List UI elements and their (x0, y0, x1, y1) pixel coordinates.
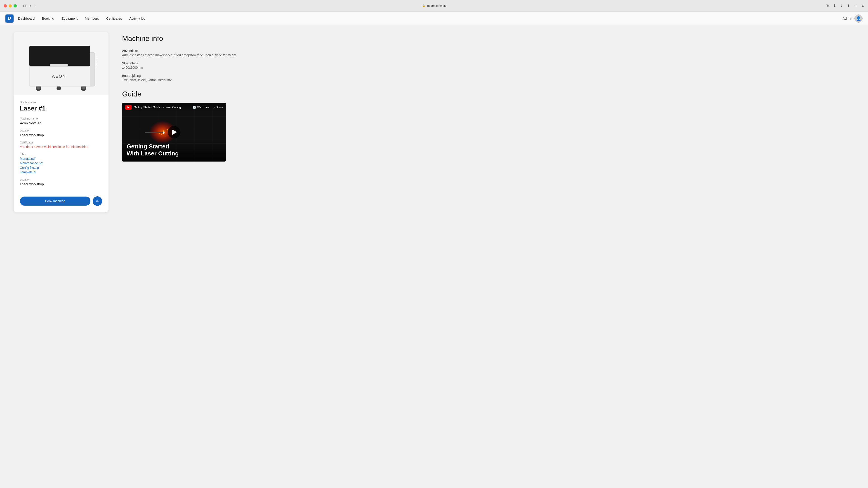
video-top-bar: Getting Started Guide for Laser Cutting … (122, 103, 226, 112)
share-icon[interactable]: ⬆ (847, 4, 850, 8)
info-row-bearbejdning: Bearbejdning Træ, plast, tekstil, karton… (122, 74, 855, 82)
watch-later-action[interactable]: 🕐 Watch later (193, 106, 210, 109)
sidebar-toggle-icon[interactable]: ⊟ (23, 4, 26, 8)
new-tab-icon[interactable]: ＋ (854, 3, 858, 8)
tab-overview-icon[interactable]: ⧉ (862, 4, 864, 8)
share-label: Share (216, 106, 223, 109)
minimize-button[interactable] (8, 4, 12, 7)
certificates-label: Certificates (20, 141, 102, 144)
guide-title: Guide (122, 90, 855, 98)
location-value: Laser workshop (20, 133, 102, 137)
card-actions: Book machine ✏ (13, 196, 108, 212)
clock-icon: 🕐 (193, 106, 196, 109)
youtube-play-icon (127, 106, 129, 108)
info-row-skaereflade: Skæreflade 1400x1000mm (122, 61, 855, 69)
book-machine-button[interactable]: Book machine (20, 197, 90, 205)
back-icon[interactable]: ‹ (30, 4, 31, 8)
address-bar[interactable]: 🔒 betamaster.dk (422, 4, 446, 7)
skaereflade-label: Skæreflade (122, 61, 855, 65)
svg-text:AEON: AEON (52, 74, 66, 78)
download-icon[interactable]: ⬇ (833, 4, 836, 8)
video-title: Getting Started Guide for Laser Cutting (134, 106, 190, 109)
svg-point-26 (165, 136, 165, 137)
video-caption-line1: Getting Started (127, 143, 221, 150)
share-icon: ↗ (213, 106, 215, 109)
machine-details: Display name Laser #1 Machine name Aeon … (13, 95, 108, 196)
machine-image-container: NOVA 14 AEON (13, 32, 108, 95)
guide-section: Guide (122, 90, 855, 162)
machine-image: NOVA 14 AEON (23, 39, 99, 91)
titlebar: ⊟ ‹ › 🔒 betamaster.dk ↻ ⬇ ⤓ ⬆ ＋ ⧉ (0, 0, 868, 12)
anvendelse-value: Arbejdshesten i ethvert makerspace. Stor… (122, 53, 855, 57)
bearbejdning-label: Bearbejdning (122, 74, 855, 77)
nav-link-certificates[interactable]: Cetificates (106, 17, 122, 20)
video-play-button[interactable] (168, 126, 180, 138)
machine-name-value: Aeon Nova 14 (20, 121, 102, 125)
file-link-template[interactable]: Template.ai (20, 170, 102, 174)
download2-icon[interactable]: ⤓ (840, 4, 843, 8)
nav-right: Admin 👤 (842, 14, 863, 23)
svg-point-1 (37, 87, 40, 90)
display-name-value: Laser #1 (20, 105, 102, 112)
info-row-anvendelse: Anvendelse Arbejdshesten i ethvert maker… (122, 49, 855, 57)
certificate-error: You don't have a valid certificate for t… (20, 145, 102, 149)
share-action[interactable]: ↗ Share (213, 106, 223, 109)
refresh-icon[interactable]: ↻ (826, 4, 829, 8)
nav-link-equipment[interactable]: Equipment (61, 17, 78, 20)
video-top-actions: 🕐 Watch later ↗ Share (193, 106, 223, 109)
machine-info-title: Machine info (122, 34, 855, 43)
location-label: Location (20, 129, 102, 132)
video-caption-line2: With Laser Cutting (127, 150, 221, 157)
machine-info-section: Machine info Anvendelse Arbejdshesten i … (122, 32, 855, 162)
nav-link-activity-log[interactable]: Activity log (129, 17, 146, 20)
location2-value: Laser workshop (20, 182, 102, 186)
display-name-label: Display name (20, 101, 102, 104)
avatar-icon: 👤 (856, 16, 861, 21)
nav-link-dashboard[interactable]: Dashboard (18, 17, 35, 20)
video-caption: Getting Started With Laser Cutting (122, 139, 226, 162)
bearbejdning-value: Træ, plast, tekstil, karton, læder mv. (122, 78, 855, 82)
traffic-lights (4, 4, 17, 7)
edit-button[interactable]: ✏ (93, 196, 102, 206)
location2-label: Location (20, 178, 102, 181)
anvendelse-label: Anvendelse (122, 49, 855, 53)
svg-point-25 (159, 133, 160, 134)
admin-label: Admin (842, 17, 852, 20)
url-text: betamaster.dk (427, 4, 446, 7)
maximize-button[interactable] (13, 4, 17, 7)
avatar[interactable]: 👤 (855, 14, 863, 23)
play-triangle-icon (172, 129, 177, 135)
file-link-manual[interactable]: Manual.pdf (20, 157, 102, 160)
svg-rect-7 (29, 46, 90, 66)
youtube-logo (125, 105, 131, 109)
svg-point-24 (167, 129, 168, 131)
logo-letter: B (8, 16, 11, 21)
titlebar-actions: ↻ ⬇ ⤓ ⬆ ＋ ⧉ (826, 3, 864, 8)
navbar: B Dashboard Booking Equipment Members Ce… (0, 12, 868, 25)
files-section: Files Manual.pdf Maintenance.pdf Config … (20, 153, 102, 174)
file-link-maintenance[interactable]: Maintenance.pdf (20, 161, 102, 165)
files-label: Files (20, 153, 102, 156)
nav-link-members[interactable]: Members (85, 17, 99, 20)
machine-name-label: Machine name (20, 117, 102, 120)
main-content: NOVA 14 AEON Display name Laser #1 Machi… (0, 25, 868, 219)
file-link-config[interactable]: Config file.zip (20, 166, 102, 169)
skaereflade-value: 1400x1000mm (122, 66, 855, 69)
titlebar-nav: ⊟ ‹ › (23, 4, 36, 8)
edit-icon: ✏ (96, 199, 99, 203)
forward-icon[interactable]: › (34, 4, 35, 8)
nav-links: Dashboard Booking Equipment Members Ceti… (18, 17, 146, 20)
watch-later-label: Watch later (197, 106, 210, 109)
svg-point-4 (57, 86, 61, 90)
svg-point-23 (161, 134, 162, 135)
svg-rect-6 (90, 53, 94, 86)
video-container[interactable]: Getting Started Guide for Laser Cutting … (122, 103, 226, 162)
lock-icon: 🔒 (422, 4, 426, 7)
svg-rect-11 (50, 64, 68, 66)
svg-text:NOVA 14: NOVA 14 (95, 56, 98, 68)
nav-link-booking[interactable]: Booking (42, 17, 54, 20)
svg-point-3 (82, 87, 85, 90)
close-button[interactable] (4, 4, 7, 7)
nav-logo[interactable]: B (5, 14, 13, 23)
machine-card: NOVA 14 AEON Display name Laser #1 Machi… (13, 32, 108, 212)
